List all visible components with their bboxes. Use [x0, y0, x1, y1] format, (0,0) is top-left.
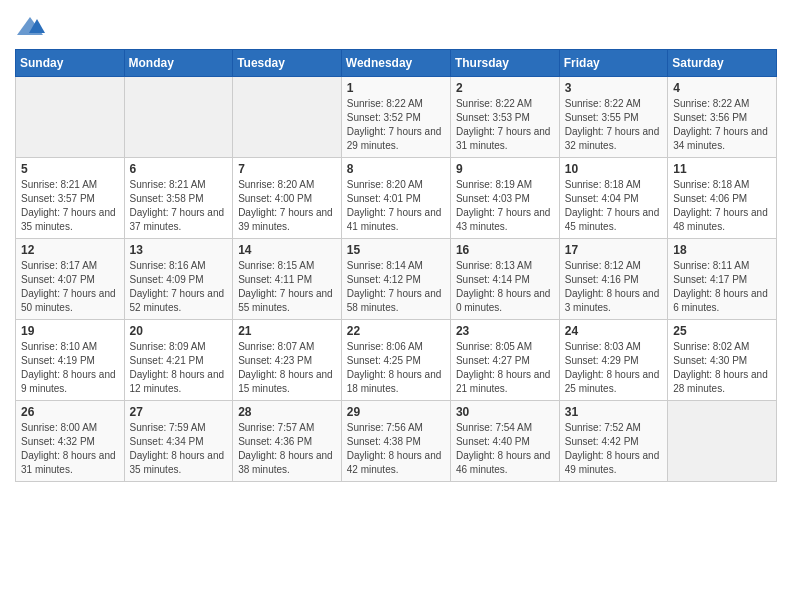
day-info: Sunrise: 8:03 AM Sunset: 4:29 PM Dayligh… [565, 340, 662, 396]
day-info: Sunrise: 7:57 AM Sunset: 4:36 PM Dayligh… [238, 421, 336, 477]
day-number: 20 [130, 324, 228, 338]
calendar-cell: 23Sunrise: 8:05 AM Sunset: 4:27 PM Dayli… [450, 320, 559, 401]
day-info: Sunrise: 8:11 AM Sunset: 4:17 PM Dayligh… [673, 259, 771, 315]
calendar-cell: 21Sunrise: 8:07 AM Sunset: 4:23 PM Dayli… [233, 320, 342, 401]
day-info: Sunrise: 8:18 AM Sunset: 4:06 PM Dayligh… [673, 178, 771, 234]
day-info: Sunrise: 7:56 AM Sunset: 4:38 PM Dayligh… [347, 421, 445, 477]
day-number: 19 [21, 324, 119, 338]
day-info: Sunrise: 7:54 AM Sunset: 4:40 PM Dayligh… [456, 421, 554, 477]
day-number: 3 [565, 81, 662, 95]
day-number: 29 [347, 405, 445, 419]
calendar-cell: 9Sunrise: 8:19 AM Sunset: 4:03 PM Daylig… [450, 158, 559, 239]
calendar-cell: 25Sunrise: 8:02 AM Sunset: 4:30 PM Dayli… [668, 320, 777, 401]
day-info: Sunrise: 8:19 AM Sunset: 4:03 PM Dayligh… [456, 178, 554, 234]
day-number: 25 [673, 324, 771, 338]
day-number: 9 [456, 162, 554, 176]
calendar-cell: 2Sunrise: 8:22 AM Sunset: 3:53 PM Daylig… [450, 77, 559, 158]
calendar-cell: 1Sunrise: 8:22 AM Sunset: 3:52 PM Daylig… [341, 77, 450, 158]
day-number: 31 [565, 405, 662, 419]
day-info: Sunrise: 8:07 AM Sunset: 4:23 PM Dayligh… [238, 340, 336, 396]
day-info: Sunrise: 8:13 AM Sunset: 4:14 PM Dayligh… [456, 259, 554, 315]
day-number: 18 [673, 243, 771, 257]
day-number: 13 [130, 243, 228, 257]
weekday-header-tuesday: Tuesday [233, 50, 342, 77]
day-info: Sunrise: 8:16 AM Sunset: 4:09 PM Dayligh… [130, 259, 228, 315]
day-number: 10 [565, 162, 662, 176]
calendar-cell: 30Sunrise: 7:54 AM Sunset: 4:40 PM Dayli… [450, 401, 559, 482]
day-number: 17 [565, 243, 662, 257]
day-info: Sunrise: 8:00 AM Sunset: 4:32 PM Dayligh… [21, 421, 119, 477]
day-info: Sunrise: 8:21 AM Sunset: 3:58 PM Dayligh… [130, 178, 228, 234]
weekday-header-sunday: Sunday [16, 50, 125, 77]
calendar-cell: 14Sunrise: 8:15 AM Sunset: 4:11 PM Dayli… [233, 239, 342, 320]
day-info: Sunrise: 8:18 AM Sunset: 4:04 PM Dayligh… [565, 178, 662, 234]
calendar-cell: 4Sunrise: 8:22 AM Sunset: 3:56 PM Daylig… [668, 77, 777, 158]
calendar-cell: 8Sunrise: 8:20 AM Sunset: 4:01 PM Daylig… [341, 158, 450, 239]
calendar-cell: 17Sunrise: 8:12 AM Sunset: 4:16 PM Dayli… [559, 239, 667, 320]
day-info: Sunrise: 8:12 AM Sunset: 4:16 PM Dayligh… [565, 259, 662, 315]
calendar-cell: 15Sunrise: 8:14 AM Sunset: 4:12 PM Dayli… [341, 239, 450, 320]
logo [15, 15, 49, 39]
calendar-cell [124, 77, 233, 158]
day-number: 30 [456, 405, 554, 419]
day-number: 27 [130, 405, 228, 419]
day-info: Sunrise: 8:15 AM Sunset: 4:11 PM Dayligh… [238, 259, 336, 315]
header [15, 15, 777, 39]
calendar-cell: 31Sunrise: 7:52 AM Sunset: 4:42 PM Dayli… [559, 401, 667, 482]
day-number: 11 [673, 162, 771, 176]
day-number: 8 [347, 162, 445, 176]
calendar-cell: 6Sunrise: 8:21 AM Sunset: 3:58 PM Daylig… [124, 158, 233, 239]
calendar-cell: 28Sunrise: 7:57 AM Sunset: 4:36 PM Dayli… [233, 401, 342, 482]
day-number: 14 [238, 243, 336, 257]
day-number: 15 [347, 243, 445, 257]
day-number: 22 [347, 324, 445, 338]
weekday-header-wednesday: Wednesday [341, 50, 450, 77]
day-number: 23 [456, 324, 554, 338]
weekday-header-friday: Friday [559, 50, 667, 77]
day-number: 21 [238, 324, 336, 338]
day-info: Sunrise: 8:22 AM Sunset: 3:52 PM Dayligh… [347, 97, 445, 153]
day-info: Sunrise: 8:20 AM Sunset: 4:00 PM Dayligh… [238, 178, 336, 234]
calendar-cell: 5Sunrise: 8:21 AM Sunset: 3:57 PM Daylig… [16, 158, 125, 239]
weekday-header-thursday: Thursday [450, 50, 559, 77]
day-info: Sunrise: 8:21 AM Sunset: 3:57 PM Dayligh… [21, 178, 119, 234]
day-info: Sunrise: 7:52 AM Sunset: 4:42 PM Dayligh… [565, 421, 662, 477]
day-number: 6 [130, 162, 228, 176]
day-info: Sunrise: 8:09 AM Sunset: 4:21 PM Dayligh… [130, 340, 228, 396]
logo-icon [15, 15, 45, 39]
day-info: Sunrise: 8:10 AM Sunset: 4:19 PM Dayligh… [21, 340, 119, 396]
weekday-header-saturday: Saturday [668, 50, 777, 77]
calendar-cell: 7Sunrise: 8:20 AM Sunset: 4:00 PM Daylig… [233, 158, 342, 239]
day-number: 1 [347, 81, 445, 95]
day-info: Sunrise: 8:22 AM Sunset: 3:55 PM Dayligh… [565, 97, 662, 153]
day-number: 7 [238, 162, 336, 176]
day-number: 28 [238, 405, 336, 419]
day-number: 2 [456, 81, 554, 95]
calendar-cell: 20Sunrise: 8:09 AM Sunset: 4:21 PM Dayli… [124, 320, 233, 401]
calendar-cell: 13Sunrise: 8:16 AM Sunset: 4:09 PM Dayli… [124, 239, 233, 320]
day-info: Sunrise: 8:06 AM Sunset: 4:25 PM Dayligh… [347, 340, 445, 396]
calendar-cell: 29Sunrise: 7:56 AM Sunset: 4:38 PM Dayli… [341, 401, 450, 482]
calendar-cell: 18Sunrise: 8:11 AM Sunset: 4:17 PM Dayli… [668, 239, 777, 320]
calendar-cell: 10Sunrise: 8:18 AM Sunset: 4:04 PM Dayli… [559, 158, 667, 239]
calendar-cell [668, 401, 777, 482]
calendar-cell: 27Sunrise: 7:59 AM Sunset: 4:34 PM Dayli… [124, 401, 233, 482]
day-info: Sunrise: 8:17 AM Sunset: 4:07 PM Dayligh… [21, 259, 119, 315]
day-number: 5 [21, 162, 119, 176]
calendar-cell: 3Sunrise: 8:22 AM Sunset: 3:55 PM Daylig… [559, 77, 667, 158]
calendar-cell: 26Sunrise: 8:00 AM Sunset: 4:32 PM Dayli… [16, 401, 125, 482]
day-info: Sunrise: 8:02 AM Sunset: 4:30 PM Dayligh… [673, 340, 771, 396]
day-info: Sunrise: 8:22 AM Sunset: 3:56 PM Dayligh… [673, 97, 771, 153]
calendar-cell: 19Sunrise: 8:10 AM Sunset: 4:19 PM Dayli… [16, 320, 125, 401]
day-number: 26 [21, 405, 119, 419]
calendar-cell: 24Sunrise: 8:03 AM Sunset: 4:29 PM Dayli… [559, 320, 667, 401]
calendar-cell [233, 77, 342, 158]
calendar-table: SundayMondayTuesdayWednesdayThursdayFrid… [15, 49, 777, 482]
day-number: 24 [565, 324, 662, 338]
day-info: Sunrise: 8:05 AM Sunset: 4:27 PM Dayligh… [456, 340, 554, 396]
calendar-cell: 22Sunrise: 8:06 AM Sunset: 4:25 PM Dayli… [341, 320, 450, 401]
day-number: 4 [673, 81, 771, 95]
calendar-cell: 12Sunrise: 8:17 AM Sunset: 4:07 PM Dayli… [16, 239, 125, 320]
day-info: Sunrise: 7:59 AM Sunset: 4:34 PM Dayligh… [130, 421, 228, 477]
calendar-cell [16, 77, 125, 158]
